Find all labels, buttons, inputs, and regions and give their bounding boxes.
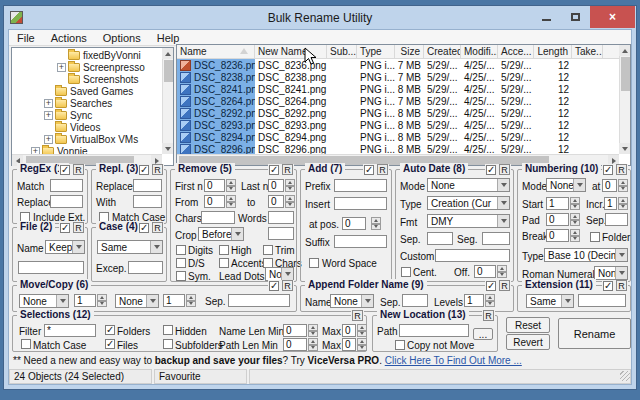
file-cell[interactable]: 5/29/...: [424, 71, 461, 83]
file-cell[interactable]: PNG i...: [357, 71, 395, 83]
file-cell[interactable]: DSC_8238.png: [177, 71, 255, 83]
levels-input[interactable]: 1: [464, 294, 484, 307]
column-header-sub[interactable]: Sub...: [327, 45, 357, 58]
ad-link[interactable]: Click Here To Find Out More ...: [385, 355, 522, 366]
file-cell[interactable]: 4/25/...: [461, 83, 498, 95]
autodate-fmt-combo[interactable]: DMY: [427, 214, 510, 228]
crop-input[interactable]: [268, 227, 294, 240]
menu-item-help[interactable]: Help: [149, 31, 188, 45]
file-list-header[interactable]: NameNew NameSub...TypeSizeCreatedModifi.…: [177, 45, 619, 59]
chevron-down-icon[interactable]: [150, 241, 162, 253]
file-cell[interactable]: 8 MB: [395, 107, 424, 119]
rename-button[interactable]: Rename: [558, 318, 631, 349]
chevron-down-icon[interactable]: [561, 295, 573, 307]
file-cell[interactable]: [572, 143, 603, 154]
folder-tree[interactable]: fixedByVonni+ScreenpressoScreenshotsSave…: [11, 47, 174, 166]
file-cell[interactable]: 5/29/...: [424, 143, 461, 154]
file-reset-button[interactable]: R: [73, 222, 84, 233]
menu-item-file[interactable]: File: [9, 31, 43, 45]
file-cell[interactable]: PNG i...: [357, 59, 395, 71]
movecopy-sep-input[interactable]: [228, 294, 290, 307]
file-cell[interactable]: DSC_8292.png: [177, 107, 255, 119]
file-cell[interactable]: 8 MB: [395, 131, 424, 143]
file-cell[interactable]: DSC_8241.png: [255, 83, 327, 95]
file-cell[interactable]: 5/29/...: [498, 143, 534, 154]
movecopy-enabled-checkbox[interactable]: [269, 281, 279, 291]
numbering-reset-button[interactable]: R: [616, 164, 627, 175]
list-vertical-scrollbar[interactable]: [619, 45, 630, 154]
incr-stepper[interactable]: [618, 197, 628, 210]
tree-item[interactable]: +VirtualBox VMs: [12, 133, 162, 145]
expand-icon[interactable]: +: [44, 111, 53, 120]
append-enabled-checkbox[interactable]: [486, 281, 496, 291]
path-len-max-input[interactable]: 0: [342, 338, 356, 351]
file-cell[interactable]: DSC_8238.png: [255, 71, 327, 83]
expand-icon[interactable]: +: [44, 99, 53, 108]
column-header-type[interactable]: Type: [357, 45, 395, 58]
pad-input[interactable]: 0: [546, 213, 569, 226]
trim-checkbox[interactable]: [263, 245, 273, 255]
file-cell[interactable]: 12: [534, 59, 572, 71]
hidden-checkbox[interactable]: [163, 325, 173, 335]
file-cell[interactable]: 12: [534, 143, 572, 154]
ds-checkbox[interactable]: [176, 258, 186, 268]
file-cell[interactable]: PNG i...: [357, 95, 395, 107]
chevron-down-icon[interactable]: [497, 215, 509, 227]
autodate-sep-input[interactable]: [427, 232, 453, 245]
high-checkbox[interactable]: [219, 245, 229, 255]
file-row[interactable]: DSC_8292.pngDSC_8292.pngPNG i...8 MB5/29…: [177, 107, 619, 119]
chevron-down-icon[interactable]: [361, 295, 373, 307]
numbering-sep-input[interactable]: [605, 213, 628, 226]
levels-stepper[interactable]: [485, 294, 495, 307]
file-cell[interactable]: 8 MB: [395, 83, 424, 95]
file-cell[interactable]: DSC_8293.png: [255, 119, 327, 131]
suffix-input[interactable]: [334, 235, 387, 248]
file-cell[interactable]: [327, 131, 357, 143]
file-cell[interactable]: 5/29/...: [498, 107, 534, 119]
chevron-down-icon[interactable]: [56, 295, 68, 307]
to-stepper[interactable]: [285, 195, 295, 208]
tree-item[interactable]: Saved Games: [12, 85, 162, 97]
file-cell[interactable]: 5/29/...: [424, 107, 461, 119]
regex-replace-input[interactable]: [50, 195, 83, 208]
title-bar[interactable]: Bulk Rename Utility ×: [4, 6, 636, 29]
file-cell[interactable]: DSC_8292.png: [255, 107, 327, 119]
autodate-mode-combo[interactable]: None: [427, 178, 510, 192]
movecopy-reset-button[interactable]: R: [282, 280, 293, 291]
file-cell[interactable]: DSC_8294.png: [255, 131, 327, 143]
file-cell[interactable]: 7 MB: [395, 71, 424, 83]
file-cell[interactable]: [327, 119, 357, 131]
file-cell[interactable]: 5/29/...: [424, 95, 461, 107]
file-cell[interactable]: 12: [534, 107, 572, 119]
name-len-max-input[interactable]: 0: [342, 324, 356, 337]
tree-item[interactable]: +Screenpresso: [12, 61, 162, 73]
file-row[interactable]: DSC_8238.pngDSC_8238.pngPNG i...7 MB5/29…: [177, 71, 619, 83]
movecopy-n2-stepper[interactable]: [186, 294, 196, 307]
extension-reset-button[interactable]: R: [616, 280, 627, 291]
movecopy-combo1[interactable]: None: [19, 294, 69, 308]
append-reset-button[interactable]: R: [499, 280, 510, 291]
to-input[interactable]: 0: [268, 195, 284, 208]
tree-vscroll-thumb[interactable]: [164, 60, 173, 82]
files-checkbox[interactable]: [105, 339, 115, 349]
path-input[interactable]: [399, 324, 469, 337]
file-cell[interactable]: DSC_8264.png: [255, 95, 327, 107]
name-len-max-stepper[interactable]: [357, 324, 367, 337]
reset-button[interactable]: Reset: [506, 317, 550, 333]
movecopy-n1-input[interactable]: 1: [74, 294, 96, 307]
case-reset-button[interactable]: R: [152, 222, 163, 233]
file-cell[interactable]: [572, 107, 603, 119]
add-enabled-checkbox[interactable]: [364, 165, 374, 175]
file-cell[interactable]: 7 MB: [395, 59, 424, 71]
file-cell[interactable]: 4/25/...: [461, 95, 498, 107]
file-row[interactable]: DSC_8236.pngDSC_8236.pngPNG i...7 MB5/29…: [177, 59, 619, 71]
at-stepper[interactable]: [618, 179, 628, 192]
word-space-checkbox[interactable]: [309, 258, 319, 268]
tree-item[interactable]: +Searches: [12, 97, 162, 109]
file-cell[interactable]: DSC_8296.png: [255, 143, 327, 154]
column-header-size[interactable]: Size: [395, 45, 424, 58]
autodate-seg-input[interactable]: [482, 232, 510, 245]
minimize-button[interactable]: [532, 6, 561, 28]
first-n-stepper[interactable]: [226, 179, 236, 192]
extension-enabled-checkbox[interactable]: [603, 281, 613, 291]
